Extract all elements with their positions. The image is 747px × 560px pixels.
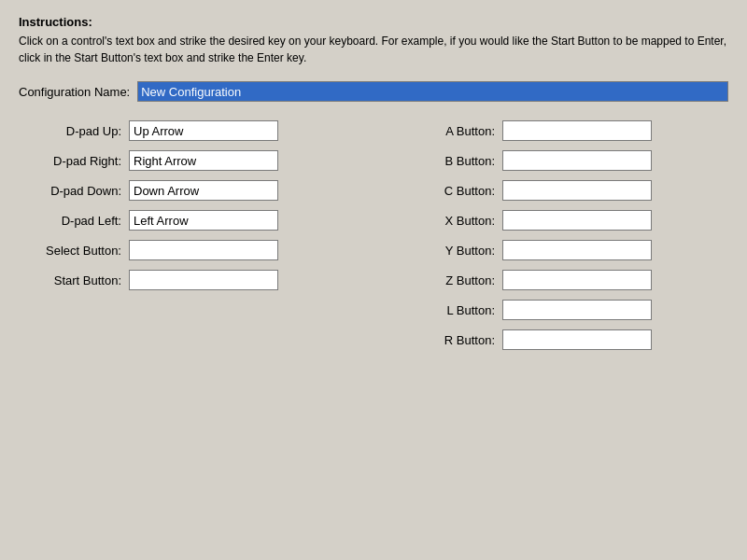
z-button-input[interactable]	[502, 270, 652, 290]
dpad-left-row: D-pad Left:	[19, 210, 355, 231]
dpad-left-input[interactable]	[129, 210, 278, 231]
select-button-row: Select Button:	[19, 240, 355, 260]
dpad-down-input[interactable]	[129, 180, 278, 201]
r-button-input[interactable]	[502, 329, 652, 350]
l-button-row: L Button:	[392, 300, 728, 320]
r-button-label: R Button:	[392, 333, 495, 347]
start-button-input[interactable]	[129, 270, 278, 290]
b-button-input[interactable]	[502, 150, 652, 171]
instructions-title: Instructions:	[19, 15, 728, 29]
x-button-row: X Button:	[392, 210, 728, 231]
dpad-down-row: D-pad Down:	[19, 180, 355, 201]
right-column: A Button:B Button:C Button:X Button:Y Bu…	[374, 120, 728, 359]
dpad-right-row: D-pad Right:	[19, 150, 355, 171]
b-button-row: B Button:	[392, 150, 728, 171]
c-button-row: C Button:	[392, 180, 728, 201]
dpad-right-input[interactable]	[129, 150, 278, 171]
z-button-row: Z Button:	[392, 270, 728, 290]
dpad-left-label: D-pad Left:	[19, 214, 121, 228]
instructions-section: Instructions: Click on a control's text …	[19, 15, 728, 66]
dpad-down-label: D-pad Down:	[19, 184, 121, 198]
controls-grid: D-pad Up:D-pad Right:D-pad Down:D-pad Le…	[19, 120, 728, 359]
main-container: Instructions: Click on a control's text …	[0, 0, 747, 560]
dpad-up-label: D-pad Up:	[19, 124, 121, 138]
dpad-right-label: D-pad Right:	[19, 154, 121, 168]
config-name-input[interactable]	[137, 81, 728, 102]
y-button-label: Y Button:	[392, 244, 495, 258]
x-button-input[interactable]	[502, 210, 652, 231]
b-button-label: B Button:	[392, 154, 495, 168]
a-button-input[interactable]	[502, 120, 652, 141]
select-button-input[interactable]	[129, 240, 278, 260]
dpad-up-row: D-pad Up:	[19, 120, 355, 141]
config-name-row: Configuration Name:	[19, 81, 728, 102]
select-button-label: Select Button:	[19, 244, 121, 258]
instructions-text: Click on a control's text box and strike…	[19, 33, 728, 66]
left-column: D-pad Up:D-pad Right:D-pad Down:D-pad Le…	[19, 120, 374, 359]
a-button-label: A Button:	[392, 124, 495, 138]
y-button-input[interactable]	[502, 240, 652, 260]
dpad-up-input[interactable]	[129, 120, 278, 141]
start-button-label: Start Button:	[19, 273, 121, 287]
z-button-label: Z Button:	[392, 273, 495, 287]
x-button-label: X Button:	[392, 214, 495, 228]
start-button-row: Start Button:	[19, 270, 355, 290]
c-button-input[interactable]	[502, 180, 652, 201]
config-name-label: Configuration Name:	[19, 85, 130, 99]
c-button-label: C Button:	[392, 184, 495, 198]
a-button-row: A Button:	[392, 120, 728, 141]
r-button-row: R Button:	[392, 329, 728, 350]
l-button-input[interactable]	[502, 300, 652, 320]
l-button-label: L Button:	[392, 303, 495, 317]
y-button-row: Y Button:	[392, 240, 728, 260]
